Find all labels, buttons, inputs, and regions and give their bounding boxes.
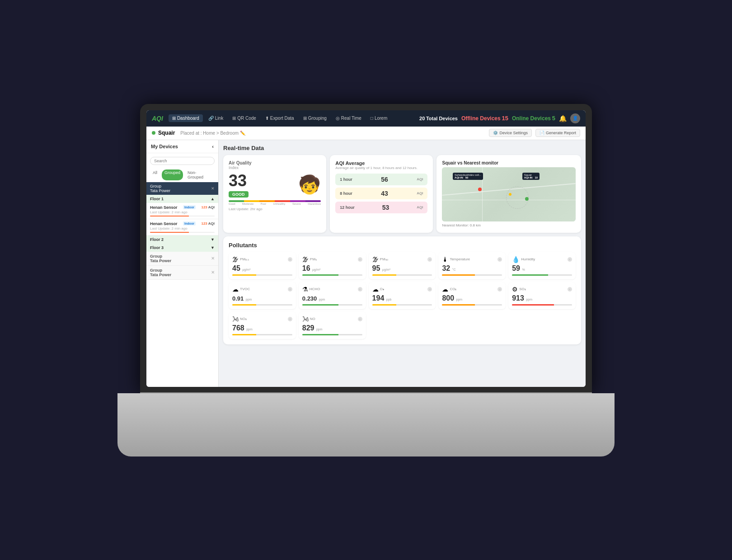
pm1-info[interactable]: i (358, 257, 362, 262)
realtime-icon: ◎ (336, 116, 340, 121)
map-dot-red (478, 188, 482, 191)
pm25-icon: 🌫 (232, 256, 239, 263)
pollutant-o3: ☁ O₃ i 194 ppb (369, 282, 436, 309)
online-status-dot (152, 131, 155, 135)
online-devices: Online Devices 5 (512, 115, 555, 122)
list-item[interactable]: Henan Sensor Indoor 123 AQI Last Update:… (146, 203, 218, 219)
pollutant-humidity: 💧 Humidity i 59 % (508, 252, 576, 279)
floor3-header[interactable]: Floor 3 ▼ (146, 244, 218, 252)
no2-info[interactable]: i (288, 317, 292, 321)
grouping-icon: ⊞ (303, 116, 307, 121)
status-badge: GOOD (229, 191, 249, 198)
air-quality-card: Air Quality Index 33 GOOD 🧒 (223, 155, 326, 233)
aqi-1hour-row: 1 hour 56 AQI (335, 174, 427, 185)
o3-icon: ☁ (372, 286, 379, 293)
pollutant-pm1: 🌫 PM₁ i 16 μg/m³ (299, 252, 366, 279)
aqi-scale (229, 200, 321, 202)
aqi-8hour-row: 8 hour 43 AQI (335, 188, 427, 199)
last-update: Last Update: 2hr ago (229, 207, 321, 211)
aqi-average-card: AQI Average Average air quality of 1 hou… (330, 155, 433, 233)
device-name-header: Squair (152, 130, 175, 136)
avatar[interactable]: 👤 (570, 113, 580, 123)
nav-grouping[interactable]: ⊞ Grouping (300, 114, 330, 122)
floor1-header[interactable]: Floor 1 ▲ (146, 195, 218, 203)
pollutant-co2: ☁ CO₂ i 800 ppm (438, 282, 506, 309)
collapse-icon[interactable]: ‹ (212, 144, 214, 149)
content-area: Real-time Data Air Quality Index 33 GOOD (219, 140, 586, 387)
pm1-icon: 🌫 (302, 256, 309, 263)
breadcrumb: Placed at : Home > Bedroom ✏️ (180, 131, 245, 136)
aqi-avg-title: AQI Average (335, 160, 427, 166)
temp-info[interactable]: i (497, 257, 502, 262)
pollutant-pm25: 🌫 PM₂.₅ i 45 μg/m³ (229, 252, 296, 279)
total-devices: 20 Total Devices (419, 116, 458, 121)
chevron-down-icon: ▼ (211, 237, 215, 242)
air-quality-value: 33 (229, 172, 249, 190)
pollutant-tvoc: ☁ TVOC i 0.91 ppm (229, 282, 296, 309)
aqi-12hour-row: 12 hour 53 AQI (335, 202, 427, 213)
o3-info[interactable]: i (427, 287, 432, 292)
logo: AQI (152, 115, 163, 122)
pollutant-pm10: 🌫 PM₁₀ i 95 μg/m³ (369, 252, 436, 279)
nav-lorem[interactable]: □ Lorem (367, 114, 391, 122)
no2-icon: 🌬 (232, 315, 239, 323)
map-radius-circle (506, 186, 529, 209)
nav-dashboard[interactable]: ⊞ Dashboard (169, 114, 203, 122)
close-icon[interactable]: ✕ (211, 256, 215, 261)
chevron-down-icon: ▼ (211, 245, 215, 250)
link-icon: 🔗 (208, 116, 214, 121)
sidebar: My Devices ‹ All Grouped Non-Grouped Gro… (146, 140, 219, 387)
map-marker-nearby: Saheedsukhdev coll...AQI-IN 50 (453, 173, 483, 180)
floor2-header[interactable]: Floor 2 ▼ (146, 235, 218, 244)
dashboard-icon: ⊞ (172, 116, 176, 121)
humidity-info[interactable]: i (568, 257, 572, 262)
tab-grouped[interactable]: Grouped (162, 169, 183, 180)
bell-icon[interactable]: 🔔 (559, 115, 567, 122)
tvoc-info[interactable]: i (288, 287, 292, 292)
no-info[interactable]: i (358, 317, 362, 321)
list-item[interactable]: Henan Sensor Indoor 123 AQI Last Update:… (146, 219, 218, 235)
device-settings-button[interactable]: ⚙️ Device Settings (489, 129, 532, 137)
pm10-info[interactable]: i (427, 257, 432, 262)
pm25-info[interactable]: i (288, 257, 292, 262)
map-area[interactable]: Saheedsukhdev coll...AQI-IN 50 SquairAQI… (442, 167, 576, 221)
page-title: Real-time Data (223, 145, 581, 151)
co2-icon: ☁ (442, 286, 448, 293)
pm10-icon: 🌫 (372, 256, 379, 263)
scale-labels: GoodModeratePoorUnhealthySevereHazardous (229, 202, 321, 205)
no-icon: 🌬 (302, 315, 309, 323)
map-title: Squair vs Nearest monitor (442, 160, 576, 165)
group-header-tata2[interactable]: GroupTata Power ✕ (146, 252, 218, 266)
close-group-icon[interactable]: ✕ (211, 186, 215, 191)
export-icon: ⬆ (265, 116, 269, 121)
tab-all[interactable]: All (150, 169, 160, 180)
pollutant-so2: ⚙ SO₂ i 913 ppm (508, 282, 576, 309)
character-illustration: 🧒 (298, 174, 321, 195)
nav-qrcode[interactable]: ⊞ QR Code (229, 114, 260, 122)
pollutants-card: Pollutants 🌫 PM₂.₅ i 45 μg/m³ (223, 236, 581, 344)
my-devices-title: My Devices (151, 144, 178, 149)
report-icon: 📄 (540, 131, 544, 135)
aqi-avg-desc: Average air quality of 1 hour, 8 hours a… (335, 166, 427, 170)
so2-icon: ⚙ (512, 286, 518, 293)
so2-info[interactable]: i (568, 287, 572, 292)
pollutant-temperature: 🌡 Temperature i 32 °C (438, 252, 506, 279)
tab-nongrouped[interactable]: Non-Grouped (185, 169, 215, 180)
nav-link[interactable]: 🔗 Link (205, 114, 227, 122)
map-card: Squair vs Nearest monitor Saheedsu (436, 155, 581, 233)
humidity-icon: 💧 (512, 256, 520, 263)
nav-export[interactable]: ⬆ Export Data (262, 114, 298, 122)
search-input[interactable] (150, 157, 215, 165)
temp-icon: 🌡 (442, 256, 448, 263)
group-header-tata3[interactable]: GroupTata Power ✕ (146, 266, 218, 280)
nav-realtime[interactable]: ◎ Real Time (332, 114, 365, 122)
group-header-tata1[interactable]: GroupTata Power ✕ (146, 182, 218, 195)
hcho-icon: ⚗ (302, 286, 308, 293)
map-marker-squair: SquairAQI-IN 10 (522, 173, 540, 180)
co2-info[interactable]: i (497, 287, 502, 292)
pollutants-title: Pollutants (229, 242, 576, 249)
offline-devices: Offline Devices 15 (461, 115, 508, 122)
close-icon[interactable]: ✕ (211, 270, 215, 275)
hcho-info[interactable]: i (358, 287, 362, 292)
generate-report-button[interactable]: 📄 Generate Report (535, 129, 580, 137)
